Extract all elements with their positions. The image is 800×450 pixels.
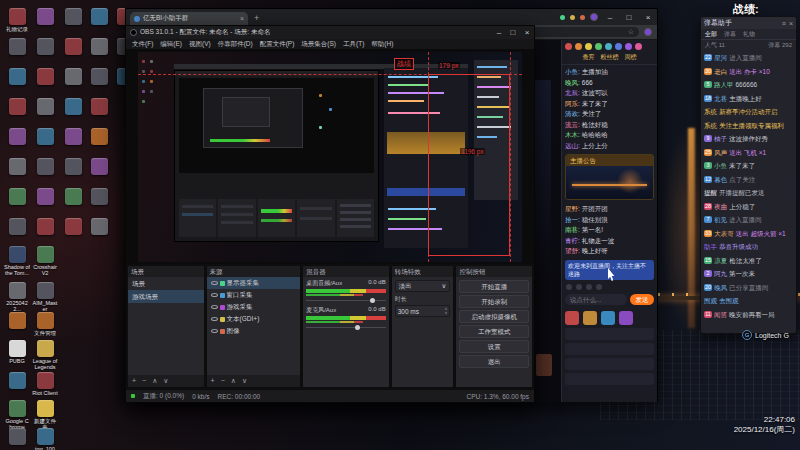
dock-toolbar-icon[interactable]: ∧: [152, 375, 157, 387]
desktop-icon[interactable]: [32, 98, 58, 116]
obs-close-button[interactable]: ×: [520, 25, 534, 40]
obs-control-button[interactable]: 开始直播: [459, 280, 529, 293]
desktop-icon[interactable]: PUBG: [4, 340, 30, 364]
new-tab-button[interactable]: +: [254, 12, 259, 25]
source-item[interactable]: 游戏采集: [207, 301, 301, 313]
volume-slider[interactable]: [306, 297, 386, 304]
volume-slider[interactable]: [306, 324, 386, 331]
transition-select[interactable]: 淡出 ∨: [395, 280, 451, 292]
danmaku-menu-icon[interactable]: ≡: [782, 20, 786, 27]
viewer-avatar[interactable]: [595, 43, 602, 50]
obs-preview-area[interactable]: 战绩 179 px 1196 px: [126, 50, 534, 264]
desktop-icon[interactable]: [86, 158, 112, 176]
browser-minimize-button[interactable]: –: [603, 10, 617, 25]
visibility-eye-icon[interactable]: [211, 317, 218, 321]
desktop-icon[interactable]: Shadow of the Tom...: [4, 246, 30, 276]
desktop-icon[interactable]: [32, 128, 58, 146]
visibility-eye-icon[interactable]: [211, 293, 218, 297]
scene-item[interactable]: 场景: [128, 277, 204, 290]
emote-icon[interactable]: [596, 284, 602, 290]
menu-item[interactable]: 工具(T): [340, 40, 367, 49]
desktop-icon[interactable]: [60, 128, 86, 146]
dock-toolbar-icon[interactable]: +: [132, 375, 136, 387]
desktop-icon[interactable]: League of Legends: [32, 340, 58, 370]
rank-tab[interactable]: 周榜: [625, 53, 637, 62]
dock-toolbar-icon[interactable]: −: [142, 375, 146, 387]
viewer-avatar[interactable]: [575, 43, 582, 50]
rank-tab[interactable]: 贵宾: [583, 53, 595, 62]
stream-thumbnail[interactable]: [536, 354, 552, 376]
desktop-icon[interactable]: [4, 158, 30, 176]
obs-control-button[interactable]: 设置: [459, 340, 529, 353]
source-item[interactable]: 文本(GDI+): [207, 313, 301, 325]
browser-profile-avatar[interactable]: [644, 28, 652, 36]
duration-spinbox[interactable]: 300 ms ∧ ∨: [395, 305, 451, 317]
viewer-avatar[interactable]: [615, 43, 622, 50]
obs-control-button[interactable]: 工作室模式: [459, 325, 529, 338]
panel-row[interactable]: [565, 343, 654, 355]
danmaku-tab[interactable]: 礼物: [743, 30, 755, 39]
obs-control-button[interactable]: 退出: [459, 355, 529, 368]
desktop-icon[interactable]: 20250422...: [4, 282, 30, 312]
rank-tab[interactable]: 粉丝榜: [601, 53, 619, 62]
viewer-avatar[interactable]: [635, 43, 642, 50]
dock-toolbar-icon[interactable]: +: [211, 375, 215, 387]
desktop-icon[interactable]: tqq_1009...: [32, 428, 58, 450]
desktop-icon[interactable]: Crosshair V2: [32, 246, 58, 276]
desktop-icon[interactable]: [60, 8, 86, 26]
browser-close-button[interactable]: ×: [641, 10, 655, 25]
desktop-icon[interactable]: [86, 128, 112, 146]
gift-tile[interactable]: [619, 311, 633, 325]
taskbar-clock[interactable]: 22:47:06 2025/12/16(周二): [734, 415, 795, 435]
desktop-icon[interactable]: [86, 68, 112, 86]
gift-tile[interactable]: [601, 311, 615, 325]
menu-item[interactable]: 文件(F): [129, 40, 156, 49]
desktop-icon[interactable]: Google Chrome: [4, 400, 30, 430]
visibility-eye-icon[interactable]: [211, 329, 218, 333]
desktop-icon[interactable]: [86, 218, 112, 236]
volume-slider-knob[interactable]: [370, 298, 375, 303]
chat-input[interactable]: 说点什么...: [565, 294, 627, 305]
panel-row[interactable]: [565, 358, 654, 370]
dock-toolbar-icon[interactable]: ∨: [242, 375, 247, 387]
browser-tab[interactable]: 亿无BI小助手群 ×: [130, 12, 248, 25]
obs-control-button[interactable]: 开始录制: [459, 295, 529, 308]
emote-icon[interactable]: [576, 284, 582, 290]
desktop-icon[interactable]: 新建文件夹: [32, 400, 58, 430]
extension-icon[interactable]: [570, 15, 575, 20]
danmaku-close-icon[interactable]: ×: [789, 20, 793, 27]
desktop-icon[interactable]: [60, 68, 86, 86]
menu-item[interactable]: 视图(V): [186, 40, 214, 49]
desktop-icon[interactable]: [60, 158, 86, 176]
dock-toolbar-icon[interactable]: ∨: [163, 375, 168, 387]
source-selection-rect[interactable]: [428, 74, 510, 256]
desktop-icon[interactable]: [86, 38, 112, 56]
tab-close-icon[interactable]: ×: [240, 15, 244, 22]
desktop-icon[interactable]: [60, 188, 86, 206]
panel-row[interactable]: [565, 328, 654, 340]
desktop-icon[interactable]: [4, 68, 30, 86]
desktop-icon[interactable]: [4, 98, 30, 116]
obs-maximize-button[interactable]: □: [506, 25, 520, 40]
desktop-icon[interactable]: [4, 312, 30, 330]
desktop-icon[interactable]: [86, 98, 112, 116]
spin-down-icon[interactable]: ∨: [444, 311, 447, 315]
desktop-icon[interactable]: 礼物记录: [4, 8, 30, 32]
obs-minimize-button[interactable]: –: [492, 25, 506, 40]
emote-icon[interactable]: [586, 284, 592, 290]
menu-item[interactable]: 场景集合(S): [298, 40, 339, 49]
desktop-icon[interactable]: [4, 38, 30, 56]
panel-row[interactable]: [565, 373, 654, 385]
extension-icon[interactable]: [580, 15, 585, 20]
viewer-avatar[interactable]: [605, 43, 612, 50]
desktop-icon[interactable]: [4, 218, 30, 236]
desktop-icon[interactable]: [60, 218, 86, 236]
desktop-icon[interactable]: [32, 8, 58, 26]
obs-control-button[interactable]: 启动虚拟摄像机: [459, 310, 529, 323]
announcement-card[interactable]: 主播公告: [565, 154, 654, 200]
desktop-icon[interactable]: [4, 428, 30, 446]
menu-item[interactable]: 配置文件(P): [257, 40, 298, 49]
source-item[interactable]: 窗口采集: [207, 289, 301, 301]
desktop-icon[interactable]: [32, 68, 58, 86]
desktop-icon[interactable]: [86, 8, 112, 26]
